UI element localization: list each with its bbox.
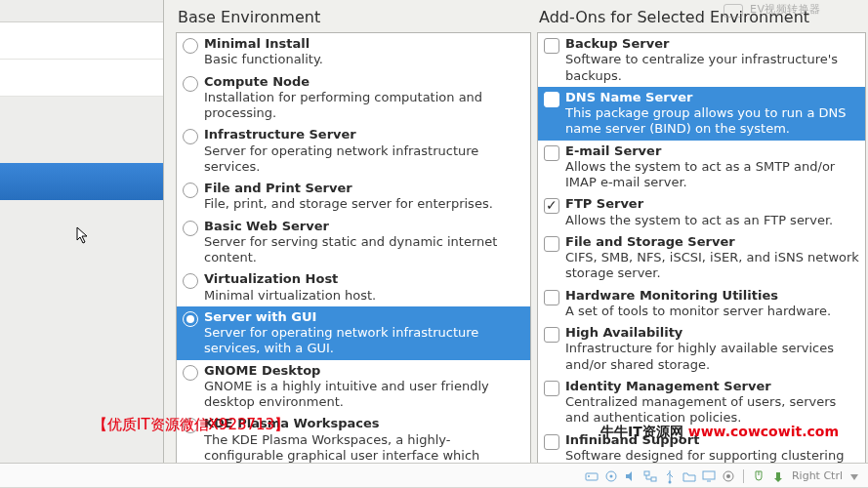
item-desc: GNOME is a highly intuitive and user fri… [204, 379, 524, 411]
base-item-file-and-print-server[interactable]: File and Print ServerFile, print, and st… [177, 178, 530, 216]
item-name: Virtualization Host [204, 271, 376, 287]
addon-item-file-and-storage-server[interactable]: File and Storage ServerCIFS, SMB, NFS, i… [538, 231, 865, 285]
base-item-server-with-gui[interactable]: Server with GUIServer for operating netw… [177, 306, 530, 360]
base-item-gnome-desktop[interactable]: GNOME DesktopGNOME is a highly intuitive… [177, 360, 530, 414]
mouse-integration-icon [751, 468, 766, 484]
addon-item-identity-management-server[interactable]: Identity Management ServerCentralized ma… [538, 376, 865, 429]
radio-icon[interactable] [183, 273, 198, 289]
item-name: KDE Plasma Workspaces [204, 416, 524, 431]
radio-icon[interactable] [183, 311, 198, 327]
item-name: Minimal Install [204, 36, 323, 52]
checkbox-icon[interactable] [544, 38, 559, 54]
checkbox-icon[interactable] [544, 290, 559, 305]
item-name: DNS Name Server [565, 90, 859, 105]
checkbox-icon[interactable] [544, 381, 559, 396]
vbox-status-bar: Right Ctrl [0, 463, 868, 488]
item-name: Backup Server [565, 36, 859, 52]
item-name: File and Storage Server [565, 234, 859, 250]
svg-rect-5 [651, 477, 656, 481]
item-desc: Software to centralize your infrastructu… [565, 52, 859, 84]
radio-icon[interactable] [183, 76, 198, 92]
checkbox-icon[interactable] [544, 92, 559, 107]
item-name: File and Print Server [204, 181, 493, 196]
addon-item-dns-name-server[interactable]: DNS Name ServerThis package group allows… [538, 87, 865, 141]
addons-list[interactable]: Backup ServerSoftware to centralize your… [537, 32, 866, 488]
item-desc: Minimal virtualization host. [204, 288, 376, 304]
item-name: Identity Management Server [565, 379, 859, 394]
anaconda-software-selection: Base Environment Minimal InstallBasic fu… [0, 0, 868, 488]
host-key-menu-icon[interactable] [848, 470, 860, 482]
item-name: Basic Web Server [204, 219, 524, 234]
item-name: High Availability [565, 325, 859, 341]
radio-icon[interactable] [183, 418, 198, 433]
item-name: Infiniband Support [565, 432, 859, 448]
svg-rect-4 [644, 471, 649, 475]
item-desc: Server for operating network infrastruct… [204, 143, 524, 176]
item-name: Compute Node [204, 74, 524, 90]
item-desc: Infrastructure for highly available serv… [565, 341, 859, 373]
base-item-minimal-install[interactable]: Minimal InstallBasic functionality. [177, 33, 530, 71]
item-desc: CIFS, SMB, NFS, iSCSI, iSER, and iSNS ne… [565, 250, 859, 282]
radio-icon[interactable] [183, 129, 198, 144]
addon-item-high-availability[interactable]: High AvailabilityInfrastructure for high… [538, 322, 865, 376]
recording-icon [721, 468, 736, 484]
addon-item-backup-server[interactable]: Backup ServerSoftware to centralize your… [538, 33, 865, 87]
main-panel: Base Environment Minimal InstallBasic fu… [164, 0, 868, 488]
audio-icon [623, 468, 639, 484]
checkbox-icon[interactable] [544, 327, 559, 343]
svg-point-9 [726, 474, 730, 478]
base-environment-list[interactable]: Minimal InstallBasic functionality.Compu… [176, 32, 531, 488]
base-item-basic-web-server[interactable]: Basic Web ServerServer for serving stati… [177, 216, 530, 269]
item-desc: Basic functionality. [204, 52, 323, 67]
item-desc: Installation for performing computation … [204, 90, 524, 122]
addon-item-e-mail-server[interactable]: E-mail ServerAllows the system to act as… [538, 141, 865, 194]
base-item-virtualization-host[interactable]: Virtualization HostMinimal virtualizatio… [177, 268, 530, 306]
svg-rect-7 [703, 471, 715, 479]
item-desc: Centralized management of users, servers… [565, 394, 859, 427]
checkbox-icon[interactable] [544, 145, 559, 161]
base-item-infrastructure-server[interactable]: Infrastructure ServerServer for operatin… [177, 124, 530, 178]
addon-item-hardware-monitoring-utilities[interactable]: Hardware Monitoring UtilitiesA set of to… [538, 285, 865, 323]
svg-point-1 [588, 475, 590, 477]
radio-icon[interactable] [183, 38, 198, 54]
checkbox-icon[interactable] [544, 434, 559, 450]
keyboard-captured-icon [770, 468, 786, 484]
item-desc: Allows the system to act as a SMTP and/o… [565, 159, 859, 191]
hdd-icon [584, 468, 599, 484]
svg-point-6 [668, 480, 671, 483]
addon-item-ftp-server[interactable]: FTP ServerAllows the system to act as an… [538, 193, 865, 231]
item-name: Hardware Monitoring Utilities [565, 288, 831, 304]
addons-title: Add-Ons for Selected Environment [537, 0, 866, 32]
left-sidebar [0, 0, 164, 488]
item-desc: A set of tools to monitor server hardwar… [565, 304, 831, 319]
radio-icon[interactable] [183, 183, 198, 198]
usb-icon [662, 468, 678, 484]
item-name: E-mail Server [565, 143, 859, 159]
item-desc: File, print, and storage server for ente… [204, 196, 493, 212]
status-icons [584, 468, 786, 484]
svg-rect-0 [586, 473, 598, 480]
network-icon [642, 468, 658, 484]
sidebar-row-2[interactable] [0, 60, 163, 97]
radio-icon[interactable] [183, 221, 198, 236]
svg-point-3 [609, 474, 612, 477]
display-icon [701, 468, 717, 484]
item-name: Server with GUI [204, 309, 524, 325]
sidebar-row-1[interactable] [0, 22, 163, 60]
radio-icon[interactable] [183, 365, 198, 381]
checkbox-icon[interactable] [544, 198, 559, 214]
base-item-compute-node[interactable]: Compute NodeInstallation for performing … [177, 71, 530, 125]
item-name: FTP Server [565, 196, 833, 212]
base-environment-title: Base Environment [176, 0, 531, 32]
item-desc: Allows the system to act as an FTP serve… [565, 213, 833, 228]
checkbox-icon[interactable] [544, 236, 559, 252]
item-desc: Server for operating network infrastruct… [204, 325, 524, 357]
optical-icon [603, 468, 619, 484]
item-desc: Server for serving static and dynamic in… [204, 234, 524, 266]
host-key-label: Right Ctrl [792, 469, 843, 482]
sidebar-row-selected[interactable] [0, 163, 163, 200]
shared-folder-icon [682, 468, 697, 484]
item-desc: This package group allows you to run a D… [565, 105, 859, 138]
item-name: Infrastructure Server [204, 127, 524, 142]
item-name: GNOME Desktop [204, 363, 524, 379]
